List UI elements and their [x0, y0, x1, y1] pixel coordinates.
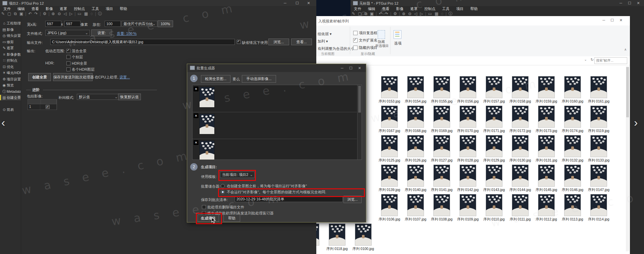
file-item[interactable]: 序列 0145.jpg [534, 165, 559, 192]
gpu-settings-link[interactable]: 设置... [119, 75, 130, 80]
redo-icon[interactable]: ↷ [33, 11, 39, 16]
format-select[interactable]: JPEG (.jpg) [45, 30, 90, 36]
zoom-out-icon[interactable]: ⊖ [56, 11, 62, 16]
ribbon-add-columns[interactable]: 加列 ▾ [318, 39, 328, 44]
file-item[interactable]: 序列 0155.jpg [429, 76, 454, 104]
file-item[interactable]: 序列 0143.jpg [482, 165, 506, 192]
duplicate-icon[interactable]: ⧉ [363, 11, 369, 16]
file-item[interactable]: 序列 0140.jpg [403, 165, 428, 192]
manual-select-button[interactable]: 手动选择影像... [242, 75, 276, 83]
file-item[interactable]: 序列 0159.jpg [534, 76, 559, 104]
file-item[interactable]: 序列 0127.jpg [429, 135, 454, 163]
delete-after-checkbox[interactable] [202, 205, 206, 209]
send-to-batch-button[interactable]: 保存并发送到批次处理器 [53, 73, 93, 81]
panorama-list-item[interactable]: ✕ [193, 139, 357, 160]
align-radio[interactable] [221, 184, 225, 188]
file-item[interactable]: 序列 0106.jpg [377, 194, 402, 222]
edit-project-icon[interactable]: ✎ [0, 11, 6, 16]
remove-item-button[interactable]: ✕ [193, 113, 199, 119]
file-item[interactable]: 序列 0139.jpg [377, 165, 402, 192]
app2-titlebar[interactable]: 无标题 * - PTGui Pro 12 ─ ☐ ✕ [351, 0, 644, 6]
zoom-out-icon[interactable]: ⊖ [407, 11, 413, 16]
app2-minimize-button[interactable]: ─ [616, 0, 625, 6]
format-settings-button[interactable]: 设置: [91, 29, 112, 36]
file-item[interactable]: 序列 0146.jpg [560, 165, 585, 192]
scale-input[interactable]: 100 [105, 21, 121, 27]
sidebar-item-简易[interactable]: ⊙简易 [0, 107, 21, 113]
options-icon[interactable] [393, 30, 401, 39]
layers-checkbox[interactable] [66, 55, 70, 59]
outfile-input[interactable]: C:\Users\Administrator\Desktop\嵌入视频素材\项目… [50, 39, 235, 45]
sidebar-item-曝光/HDR[interactable]: ☀曝光/HDR [0, 70, 21, 76]
explorer-maximize-button[interactable]: ☐ [610, 18, 614, 22]
new-project-icon[interactable]: ▢ [6, 11, 12, 16]
lamp-icon[interactable]: ◌ [440, 11, 445, 16]
sidebar-item-Metadata[interactable]: ⓘMetadata [0, 88, 21, 94]
save-icon[interactable]: ▣ [369, 11, 375, 16]
outfile-browse-button[interactable]: 浏览... [268, 39, 289, 45]
zoom-in-icon[interactable]: ⊕ [401, 11, 407, 16]
file-item[interactable]: 序列 0144.jpg [508, 165, 533, 192]
duplicate-icon[interactable]: ⧉ [12, 11, 18, 16]
file-item[interactable]: 序列 0133.jpg [586, 135, 611, 163]
include-images-table[interactable]: 1 [28, 99, 57, 110]
file-item[interactable]: 序列 0119.jpg [586, 106, 611, 133]
file-item[interactable]: 序列 0147.jpg [586, 165, 611, 192]
file-item[interactable]: 序列 0142.jpg [455, 165, 480, 192]
detect-panoramas-button[interactable]: 检测全景图... [201, 75, 230, 83]
sidebar-item-优化[interactable]: ⊡优化 [0, 64, 21, 70]
row-include-checkbox[interactable] [46, 105, 50, 109]
file-item[interactable]: 序列 0141.jpg [429, 165, 454, 192]
remove-item-button[interactable]: ✕ [193, 140, 199, 145]
file-item[interactable]: 序列 0160.jpg [560, 76, 585, 104]
file-item[interactable]: 序列 0108.jpg [429, 194, 454, 222]
file-item[interactable]: 序列 0114.jpg [586, 194, 611, 222]
address-dropdown-icon[interactable]: ⌄ [584, 58, 587, 61]
file-item[interactable]: 序列 0161.jpg [586, 76, 611, 104]
default-checkbox[interactable] [237, 40, 241, 44]
file-item[interactable]: 序列 0168.jpg [403, 106, 428, 133]
file-item[interactable]: 序列 0171.jpg [482, 106, 506, 133]
file-item[interactable]: 序列 0172.jpg [508, 106, 533, 133]
redo-icon[interactable]: ↷ [384, 11, 390, 16]
help-icon[interactable]: ⓘ [97, 11, 103, 17]
grid-icon[interactable]: ▦ [433, 11, 440, 16]
ribbon-checkbox-隐藏的项目[interactable] [353, 46, 358, 50]
dialog-maximize-button[interactable]: ☐ [346, 65, 355, 71]
gallery-next-arrow[interactable]: › [634, 116, 638, 129]
lamp-icon[interactable]: ◌ [89, 11, 94, 16]
app2-close-button[interactable]: ✕ [634, 0, 643, 6]
app1-close-button[interactable]: ✕ [304, 0, 313, 6]
tween-mode-select[interactable]: 默认值 [77, 94, 119, 100]
app2-maximize-button[interactable]: ☐ [625, 0, 634, 6]
file-item[interactable]: 序列 0129.jpg [482, 135, 506, 163]
panorama-list-item[interactable]: ✕ [193, 85, 357, 112]
list-scrollbar[interactable] [357, 85, 362, 160]
hide-selected-label-2[interactable]: 所选项目 [375, 44, 389, 48]
new-project-icon[interactable]: ▢ [357, 11, 363, 16]
sidebar-item-影像参数[interactable]: ≡影像参数 [0, 51, 21, 57]
settings-icon[interactable]: ⚙ [392, 11, 398, 16]
file-item[interactable]: 序列 0126.jpg [403, 135, 428, 163]
help-button[interactable]: 帮助 [223, 214, 240, 222]
edit-project-icon[interactable]: ✎ [351, 11, 357, 16]
row-include-cell[interactable] [40, 104, 57, 110]
file-item[interactable]: 序列 0113.jpg [560, 194, 585, 222]
width-input[interactable]: 597 [45, 21, 61, 27]
file-item[interactable]: 序列 0156.jpg [455, 76, 480, 104]
app1-titlebar[interactable]: 项目2 - PTGui Pro 12 ─ ☐ ✕ [0, 0, 316, 6]
options-label[interactable]: 选项 [394, 41, 401, 46]
file-item[interactable]: 序列 0158.jpg [508, 76, 533, 104]
ribbon-group-by[interactable]: 组依据 ▾ [318, 31, 332, 37]
sidebar-item-预览[interactable]: ◉预览 [0, 82, 21, 88]
height-input[interactable]: 597 [64, 21, 80, 27]
sidebar-item-工程助理[interactable]: ⌂工程助理 [0, 20, 21, 26]
zoom-in-icon[interactable]: ⊕ [50, 11, 56, 16]
sidebar-item-镜头设置[interactable]: ◎镜头设置 [0, 33, 21, 39]
file-item[interactable]: 序列 0125.jpg [377, 135, 402, 163]
file-item[interactable]: 序列 0157.jpg [482, 76, 506, 104]
file-item[interactable]: 序列 0170.jpg [455, 106, 480, 133]
file-item[interactable]: 序列 0169.jpg [429, 106, 454, 133]
settings-icon[interactable]: ⚙ [42, 11, 48, 16]
file-item[interactable]: 序列 0153.jpg [377, 76, 402, 104]
